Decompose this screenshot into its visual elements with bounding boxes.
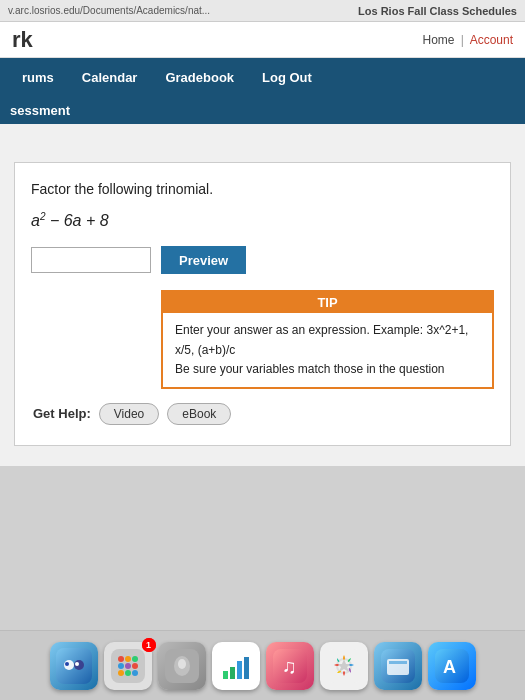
svg-text:A: A xyxy=(443,657,456,677)
svg-point-12 xyxy=(118,670,124,676)
svg-text:♫: ♫ xyxy=(282,655,297,677)
svg-point-6 xyxy=(118,656,124,662)
nav-bar: rums Calendar Gradebook Log Out xyxy=(0,58,525,96)
nav-item-calendar[interactable]: Calendar xyxy=(68,58,152,96)
svg-point-14 xyxy=(132,670,138,676)
svg-rect-19 xyxy=(223,671,228,679)
svg-point-7 xyxy=(125,656,131,662)
app-top-links: Home | Account xyxy=(422,33,513,47)
tip-body: Enter your answer as an expression. Exam… xyxy=(163,313,492,387)
launchpad-icon[interactable]: 1 xyxy=(104,642,152,690)
help-video-button[interactable]: Video xyxy=(99,403,159,425)
photos-icon[interactable] xyxy=(320,642,368,690)
section-header: sessment xyxy=(0,96,525,124)
answer-input[interactable] xyxy=(31,247,151,273)
get-help-row: Get Help: Video eBook xyxy=(31,403,494,425)
tip-box: TIP Enter your answer as an expression. … xyxy=(161,290,494,389)
svg-point-9 xyxy=(118,663,124,669)
finder2-icon[interactable] xyxy=(374,642,422,690)
app-top-bar: rk Home | Account xyxy=(0,22,525,58)
browser-tab-title: Los Rios Fall Class Schedules xyxy=(358,5,517,17)
section-title: sessment xyxy=(10,103,70,118)
tip-line1: Enter your answer as an expression. Exam… xyxy=(175,321,480,359)
svg-rect-21 xyxy=(237,661,242,679)
svg-rect-29 xyxy=(389,661,407,664)
siri-icon[interactable] xyxy=(158,642,206,690)
svg-rect-22 xyxy=(244,657,249,679)
nav-item-logout[interactable]: Log Out xyxy=(248,58,326,96)
nav-item-gradebook[interactable]: Gradebook xyxy=(151,58,248,96)
svg-rect-0 xyxy=(56,648,92,684)
answer-row: Preview xyxy=(31,246,494,274)
svg-point-4 xyxy=(75,662,79,666)
appstore-icon[interactable]: A xyxy=(428,642,476,690)
app-logo: rk xyxy=(12,27,422,53)
preview-button[interactable]: Preview xyxy=(161,246,246,274)
svg-point-13 xyxy=(125,670,131,676)
svg-point-10 xyxy=(125,663,131,669)
chart-icon[interactable] xyxy=(212,642,260,690)
tip-header: TIP xyxy=(163,292,492,313)
question-instruction: Factor the following trinomial. xyxy=(31,181,494,197)
math-expression: a2 − 6a + 8 xyxy=(31,211,494,230)
question-box: Factor the following trinomial. a2 − 6a … xyxy=(14,162,511,446)
help-ebook-button[interactable]: eBook xyxy=(167,403,231,425)
get-help-label: Get Help: xyxy=(33,406,91,421)
browser-url: v.arc.losrios.edu/Documents/Academics/na… xyxy=(8,5,358,16)
link-separator: | xyxy=(461,33,464,47)
finder-icon[interactable] xyxy=(50,642,98,690)
svg-point-11 xyxy=(132,663,138,669)
home-link[interactable]: Home xyxy=(422,33,454,47)
tip-line2: Be sure your variables match those in th… xyxy=(175,360,480,379)
main-content: Factor the following trinomial. a2 − 6a … xyxy=(0,124,525,466)
dock: 1 ♫ xyxy=(0,630,525,700)
svg-point-17 xyxy=(178,659,186,669)
account-link[interactable]: Account xyxy=(470,33,513,47)
svg-point-8 xyxy=(132,656,138,662)
browser-bar: v.arc.losrios.edu/Documents/Academics/na… xyxy=(0,0,525,22)
nav-item-rums[interactable]: rums xyxy=(8,58,68,96)
svg-rect-20 xyxy=(230,667,235,679)
music-icon[interactable]: ♫ xyxy=(266,642,314,690)
svg-point-3 xyxy=(65,662,69,666)
